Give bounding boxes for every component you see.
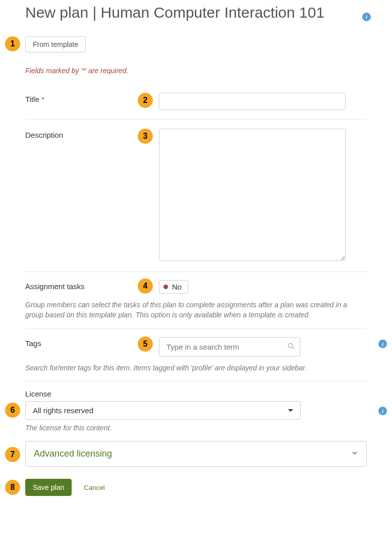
description-textarea[interactable] <box>159 129 346 261</box>
step-marker-4: 4 <box>138 278 153 294</box>
page-title: New plan | Human Computer Interaction 10… <box>25 4 367 21</box>
svg-line-1 <box>292 347 294 349</box>
required-star: * <box>41 95 44 103</box>
step-marker-3: 3 <box>138 129 153 144</box>
step-marker-2: 2 <box>138 93 153 108</box>
toggle-value: No <box>172 283 182 291</box>
accordion-title: Advanced licensing <box>34 449 112 459</box>
chevron-down-icon <box>351 450 358 458</box>
save-button[interactable]: Save plan <box>25 479 72 496</box>
required-fields-note: Fields marked by '*' are required. <box>25 67 367 75</box>
search-icon[interactable] <box>288 343 295 351</box>
toggle-off-icon <box>163 285 168 289</box>
cancel-button[interactable]: Cancel <box>78 480 111 495</box>
advanced-licensing-accordion[interactable]: Advanced licensing <box>25 441 367 467</box>
license-help: The license for this content. <box>25 423 367 433</box>
info-icon[interactable]: i <box>362 13 371 21</box>
from-template-button[interactable]: From template <box>25 36 86 52</box>
caret-down-icon <box>288 409 293 412</box>
tags-search-input[interactable] <box>164 338 288 356</box>
title-input[interactable] <box>159 93 346 110</box>
license-select[interactable]: All rights reserved <box>25 401 301 420</box>
license-label: License <box>25 389 367 398</box>
assignment-help: Group members can select the tasks of th… <box>25 300 367 320</box>
step-marker-8: 8 <box>5 480 20 495</box>
info-icon[interactable]: i <box>378 340 387 348</box>
svg-point-0 <box>289 343 293 347</box>
info-icon[interactable]: i <box>378 407 387 415</box>
tags-help: Search for/enter tags for this item. Ite… <box>25 363 367 373</box>
step-marker-5: 5 <box>138 337 153 352</box>
assignment-toggle[interactable]: No <box>159 280 188 294</box>
step-marker-7: 7 <box>5 447 20 462</box>
license-selected: All rights reserved <box>33 406 93 415</box>
step-marker-1: 1 <box>5 36 20 51</box>
step-marker-6: 6 <box>5 403 20 418</box>
